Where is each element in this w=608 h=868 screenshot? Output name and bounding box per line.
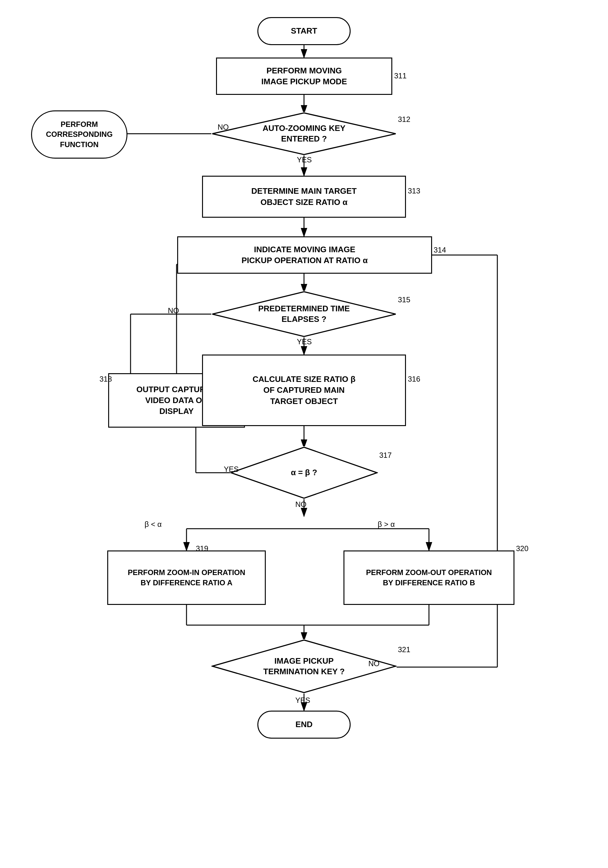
ref-312: 312 [398,115,410,124]
label-no-317: NO [295,500,306,509]
label-beta-lt-alpha: β < α [145,520,162,529]
node-313: DETERMINE MAIN TARGET OBJECT SIZE RATIO … [202,176,406,218]
node-320-label: PERFORM ZOOM-OUT OPERATION BY DIFFERENCE… [360,564,498,591]
ref-311: 311 [394,71,407,80]
end-node: END [257,711,351,739]
node-314-label: INDICATE MOVING IMAGE PICKUP OPERATION A… [235,241,374,269]
node-312-label: AUTO-ZOOMING KEY ENTERED ? [263,123,346,144]
label-yes-317: YES [224,465,239,474]
node-319-label: PERFORM ZOOM-IN OPERATION BY DIFFERENCE … [122,564,251,591]
node-316: CALCULATE SIZE RATIO β OF CAPTURED MAIN … [202,355,406,426]
label-yes-321: YES [295,696,310,705]
ref-319: 319 [196,544,208,553]
ref-318: 318 [99,375,112,383]
label-no-312: NO [218,123,229,132]
label-yes-312: YES [297,155,312,164]
label-yes-315: YES [297,338,312,346]
end-label: END [289,716,319,733]
node-316-label: CALCULATE SIZE RATIO β OF CAPTURED MAIN … [246,371,362,409]
flowchart: START PERFORM MOVING IMAGE PICKUP MODE 3… [0,0,608,868]
ref-313: 313 [408,187,420,195]
node-317-label: α = β ? [291,467,317,478]
perform-fn-label: PERFORM CORRESPONDING FUNCTION [40,116,119,153]
node-313-label: DETERMINE MAIN TARGET OBJECT SIZE RATIO … [245,183,363,211]
node-315: PREDETERMINED TIME ELAPSES ? [211,291,397,338]
node-317: α = β ? [230,446,378,499]
node-319: PERFORM ZOOM-IN OPERATION BY DIFFERENCE … [107,550,266,605]
label-no-315: NO [168,306,179,315]
ref-317: 317 [379,451,391,460]
label-no-321: NO [368,659,379,668]
node-314: INDICATE MOVING IMAGE PICKUP OPERATION A… [177,236,432,274]
label-beta-gt-alpha: β > α [377,520,395,529]
node-315-label: PREDETERMINED TIME ELAPSES ? [258,304,350,325]
node-320: PERFORM ZOOM-OUT OPERATION BY DIFFERENCE… [343,550,514,605]
start-label: START [285,22,323,39]
node-321-label: IMAGE PICKUP TERMINATION KEY ? [263,656,345,677]
ref-314: 314 [434,246,446,254]
perform-fn-node: PERFORM CORRESPONDING FUNCTION [31,110,127,159]
ref-320: 320 [516,544,528,553]
node-311: PERFORM MOVING IMAGE PICKUP MODE [216,57,392,95]
node-312: AUTO-ZOOMING KEY ENTERED ? [211,112,397,155]
ref-321: 321 [398,645,410,654]
ref-316: 316 [408,375,420,383]
node-311-label: PERFORM MOVING IMAGE PICKUP MODE [255,62,353,90]
ref-315: 315 [398,296,410,304]
start-node: START [257,17,351,45]
